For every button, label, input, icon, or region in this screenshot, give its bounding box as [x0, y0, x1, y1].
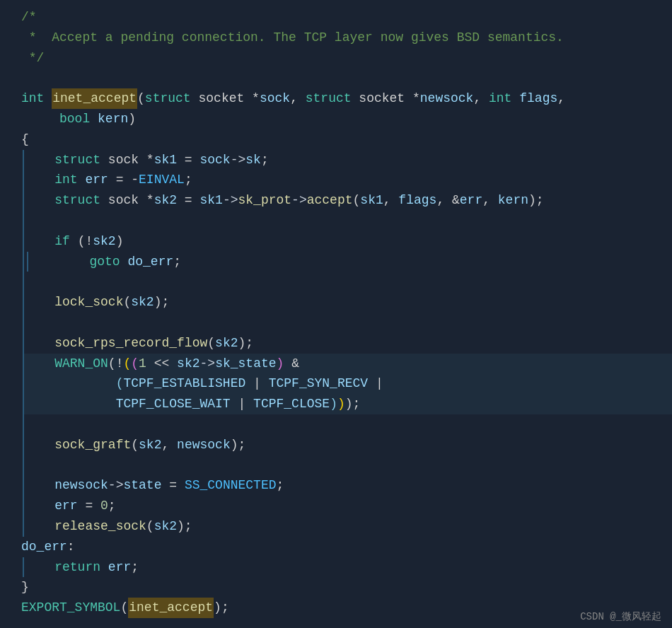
tcpf-close: TCPF_CLOSE	[253, 394, 330, 414]
do-err-label-line: do_err:	[21, 537, 672, 557]
comment-line-3: */	[21, 48, 672, 69]
return-line: return err;	[24, 557, 672, 578]
warn-macro: WARN_ON	[54, 354, 108, 374]
comment-text: */	[21, 48, 44, 69]
tcpf-syn-recv: TCPF_SYN_RECV	[269, 373, 368, 394]
blank-line2	[24, 211, 672, 231]
code-container: /* * Accept a pending connection. The TC…	[0, 0, 672, 625]
blank-line6	[24, 455, 672, 476]
state-line: newsock->state = SS_CONNECTED;	[24, 475, 672, 496]
tcpf-close-wait: TCPF_CLOSE_WAIT	[116, 394, 231, 414]
close-brace-line: }	[21, 577, 672, 598]
param-type4: bool	[59, 109, 90, 129]
func-def-line2: bool kern)	[21, 109, 672, 129]
comment-line-1: /*	[21, 7, 672, 28]
export-macro: EXPORT_SYMBOL	[21, 598, 120, 618]
goto-line: goto do_err;	[28, 252, 672, 272]
goto-target: do_err	[127, 252, 173, 272]
param-name2: newsock	[420, 88, 474, 109]
param-name4: kern	[98, 109, 128, 129]
var-err: err	[85, 170, 108, 190]
footer-bar: CSDN @_微风轻起	[569, 605, 672, 628]
param-type1: struct	[145, 88, 191, 109]
einval-const: EINVAL	[139, 170, 185, 190]
err-assign-line: err = 0;	[24, 496, 672, 516]
warn-on-line1: WARN_ON(!((1 << sk2->sk_state) &	[24, 354, 672, 374]
if-line: if (!sk2)	[24, 231, 672, 252]
ss-connected-const: SS_CONNECTED	[185, 475, 277, 496]
comment-line-2: * Accept a pending connection. The TCP l…	[21, 28, 672, 48]
lock-sock-call: lock_sock	[54, 292, 123, 313]
rps-call: sock_rps_record_flow	[54, 333, 207, 354]
blank-line3	[24, 272, 672, 292]
open-brace-line: {	[21, 129, 672, 150]
err-line: int err = -EINVAL;	[24, 170, 672, 190]
func-name: inet_accept	[52, 88, 137, 109]
var-sk2: sk2	[154, 190, 177, 211]
blank-line4	[24, 313, 672, 333]
if-keyword: if	[54, 231, 70, 252]
return-type: int	[21, 88, 52, 109]
sk1-line: struct sock *sk1 = sock->sk;	[24, 150, 672, 170]
blank-line5	[24, 414, 672, 435]
param-name1: sock	[260, 88, 290, 109]
graft-call: sock_graft	[54, 435, 131, 455]
func-paren: (	[137, 88, 145, 109]
close-brace: }	[21, 577, 29, 598]
var-sk1: sk1	[154, 150, 177, 170]
do-err-label: do_err	[21, 537, 67, 557]
release-sock-line: release_sock(sk2);	[24, 516, 672, 537]
param-name3: flags	[519, 88, 557, 109]
return-keyword: return	[54, 557, 100, 578]
lock-sock-line: lock_sock(sk2);	[24, 292, 672, 313]
rps-line: sock_rps_record_flow(sk2);	[24, 333, 672, 354]
blank-line	[21, 68, 672, 88]
open-brace: {	[21, 129, 29, 150]
accept-call: accept	[307, 190, 353, 211]
brand-text: CSDN @_微风轻起	[580, 611, 661, 622]
goto-keyword: goto	[89, 252, 120, 272]
tcpf-established: TCPF_ESTABLISHED	[123, 373, 245, 394]
comment-text: /*	[21, 7, 37, 28]
graft-line: sock_graft(sk2, newsock);	[24, 435, 672, 455]
export-func-name: inet_accept	[128, 598, 214, 618]
warn-on-line3: TCPF_CLOSE_WAIT | TCPF_CLOSE)));	[24, 394, 672, 414]
warn-on-line2: (TCPF_ESTABLISHED | TCPF_SYN_RECV |	[24, 373, 672, 394]
func-def-line: int inet_accept(struct socket *sock, str…	[21, 88, 672, 109]
release-sock-call: release_sock	[54, 516, 146, 537]
comment-text: * Accept a pending connection. The TCP l…	[21, 28, 564, 48]
sk2-line: struct sock *sk2 = sk1->sk_prot->accept(…	[24, 190, 672, 211]
